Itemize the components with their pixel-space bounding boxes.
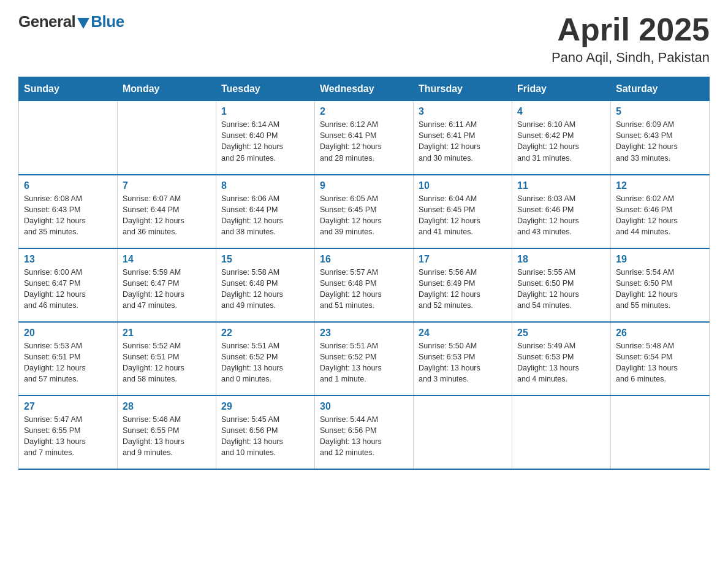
day-number: 23 [320, 327, 408, 339]
day-info: Sunrise: 5:49 AMSunset: 6:53 PMDaylight:… [517, 340, 605, 385]
day-number: 26 [616, 327, 704, 339]
calendar-week-row: 20Sunrise: 5:53 AMSunset: 6:51 PMDayligh… [19, 322, 710, 396]
calendar-cell [118, 101, 216, 175]
day-number: 17 [419, 254, 507, 265]
day-number: 30 [320, 401, 408, 412]
day-info: Sunrise: 6:12 AMSunset: 6:41 PMDaylight:… [320, 119, 408, 164]
weekday-header-thursday: Thursday [414, 77, 512, 101]
day-info: Sunrise: 6:11 AMSunset: 6:41 PMDaylight:… [419, 119, 507, 164]
page-header: General Blue April 2025 Pano Aqil, Sindh… [18, 12, 710, 66]
calendar-cell: 4Sunrise: 6:10 AMSunset: 6:42 PMDaylight… [512, 101, 611, 175]
calendar-cell: 7Sunrise: 6:07 AMSunset: 6:44 PMDaylight… [118, 175, 216, 248]
weekday-header-sunday: Sunday [19, 77, 118, 101]
day-info: Sunrise: 6:02 AMSunset: 6:46 PMDaylight:… [616, 193, 704, 238]
logo-triangle-icon [77, 18, 89, 29]
weekday-header-row: SundayMondayTuesdayWednesdayThursdayFrid… [19, 77, 710, 101]
day-number: 14 [123, 254, 211, 265]
calendar-cell: 9Sunrise: 6:05 AMSunset: 6:45 PMDaylight… [315, 175, 414, 248]
day-number: 1 [221, 106, 309, 117]
day-number: 15 [221, 254, 309, 265]
calendar-cell: 26Sunrise: 5:48 AMSunset: 6:54 PMDayligh… [611, 322, 710, 396]
weekday-header-saturday: Saturday [611, 77, 710, 101]
day-number: 29 [221, 401, 309, 412]
day-number: 11 [517, 180, 605, 191]
day-info: Sunrise: 5:54 AMSunset: 6:50 PMDaylight:… [616, 267, 704, 312]
calendar-cell: 3Sunrise: 6:11 AMSunset: 6:41 PMDaylight… [414, 101, 512, 175]
day-number: 2 [320, 106, 408, 117]
day-number: 28 [123, 401, 211, 412]
day-info: Sunrise: 6:09 AMSunset: 6:43 PMDaylight:… [616, 119, 704, 164]
day-info: Sunrise: 5:48 AMSunset: 6:54 PMDaylight:… [616, 340, 704, 385]
logo-general-text: General [18, 12, 75, 31]
day-info: Sunrise: 5:52 AMSunset: 6:51 PMDaylight:… [123, 340, 211, 385]
day-number: 16 [320, 254, 408, 265]
day-number: 27 [24, 401, 112, 412]
calendar-cell: 30Sunrise: 5:44 AMSunset: 6:56 PMDayligh… [315, 396, 414, 469]
day-info: Sunrise: 5:56 AMSunset: 6:49 PMDaylight:… [419, 267, 507, 312]
calendar-cell: 20Sunrise: 5:53 AMSunset: 6:51 PMDayligh… [19, 322, 118, 396]
day-number: 5 [616, 106, 704, 117]
weekday-header-monday: Monday [118, 77, 216, 101]
calendar-cell: 2Sunrise: 6:12 AMSunset: 6:41 PMDaylight… [315, 101, 414, 175]
calendar-cell [512, 396, 611, 469]
calendar-cell: 12Sunrise: 6:02 AMSunset: 6:46 PMDayligh… [611, 175, 710, 248]
logo: General Blue [18, 12, 124, 31]
calendar-cell: 29Sunrise: 5:45 AMSunset: 6:56 PMDayligh… [216, 396, 315, 469]
calendar-cell: 1Sunrise: 6:14 AMSunset: 6:40 PMDaylight… [216, 101, 315, 175]
calendar-week-row: 13Sunrise: 6:00 AMSunset: 6:47 PMDayligh… [19, 248, 710, 322]
calendar-week-row: 6Sunrise: 6:08 AMSunset: 6:43 PMDaylight… [19, 175, 710, 248]
day-info: Sunrise: 6:06 AMSunset: 6:44 PMDaylight:… [221, 193, 309, 238]
calendar-cell: 22Sunrise: 5:51 AMSunset: 6:52 PMDayligh… [216, 322, 315, 396]
day-number: 3 [419, 106, 507, 117]
day-number: 6 [24, 180, 112, 191]
logo-blue-text: Blue [91, 12, 124, 31]
calendar-cell [611, 396, 710, 469]
day-number: 19 [616, 254, 704, 265]
calendar-cell: 15Sunrise: 5:58 AMSunset: 6:48 PMDayligh… [216, 248, 315, 322]
day-info: Sunrise: 6:04 AMSunset: 6:45 PMDaylight:… [419, 193, 507, 238]
day-number: 21 [123, 327, 211, 339]
month-title: April 2025 [552, 12, 710, 47]
calendar-cell: 28Sunrise: 5:46 AMSunset: 6:55 PMDayligh… [118, 396, 216, 469]
day-number: 12 [616, 180, 704, 191]
day-info: Sunrise: 5:50 AMSunset: 6:53 PMDaylight:… [419, 340, 507, 385]
day-info: Sunrise: 5:45 AMSunset: 6:56 PMDaylight:… [221, 414, 309, 459]
day-info: Sunrise: 5:44 AMSunset: 6:56 PMDaylight:… [320, 414, 408, 459]
calendar-cell: 10Sunrise: 6:04 AMSunset: 6:45 PMDayligh… [414, 175, 512, 248]
day-info: Sunrise: 6:03 AMSunset: 6:46 PMDaylight:… [517, 193, 605, 238]
calendar-week-row: 27Sunrise: 5:47 AMSunset: 6:55 PMDayligh… [19, 396, 710, 469]
day-info: Sunrise: 6:05 AMSunset: 6:45 PMDaylight:… [320, 193, 408, 238]
calendar-cell: 21Sunrise: 5:52 AMSunset: 6:51 PMDayligh… [118, 322, 216, 396]
calendar-cell: 6Sunrise: 6:08 AMSunset: 6:43 PMDaylight… [19, 175, 118, 248]
day-info: Sunrise: 5:46 AMSunset: 6:55 PMDaylight:… [123, 414, 211, 459]
day-info: Sunrise: 5:47 AMSunset: 6:55 PMDaylight:… [24, 414, 112, 459]
day-number: 18 [517, 254, 605, 265]
day-number: 22 [221, 327, 309, 339]
calendar-cell: 19Sunrise: 5:54 AMSunset: 6:50 PMDayligh… [611, 248, 710, 322]
calendar-cell: 5Sunrise: 6:09 AMSunset: 6:43 PMDaylight… [611, 101, 710, 175]
calendar-cell: 25Sunrise: 5:49 AMSunset: 6:53 PMDayligh… [512, 322, 611, 396]
calendar-cell [19, 101, 118, 175]
day-info: Sunrise: 5:57 AMSunset: 6:48 PMDaylight:… [320, 267, 408, 312]
weekday-header-wednesday: Wednesday [315, 77, 414, 101]
day-info: Sunrise: 6:14 AMSunset: 6:40 PMDaylight:… [221, 119, 309, 164]
calendar-cell: 24Sunrise: 5:50 AMSunset: 6:53 PMDayligh… [414, 322, 512, 396]
day-info: Sunrise: 6:00 AMSunset: 6:47 PMDaylight:… [24, 267, 112, 312]
title-block: April 2025 Pano Aqil, Sindh, Pakistan [552, 12, 710, 66]
calendar-body: 1Sunrise: 6:14 AMSunset: 6:40 PMDaylight… [19, 101, 710, 469]
day-info: Sunrise: 6:10 AMSunset: 6:42 PMDaylight:… [517, 119, 605, 164]
calendar-cell: 8Sunrise: 6:06 AMSunset: 6:44 PMDaylight… [216, 175, 315, 248]
day-info: Sunrise: 5:59 AMSunset: 6:47 PMDaylight:… [123, 267, 211, 312]
day-number: 24 [419, 327, 507, 339]
day-info: Sunrise: 5:51 AMSunset: 6:52 PMDaylight:… [221, 340, 309, 385]
day-number: 13 [24, 254, 112, 265]
calendar-cell: 11Sunrise: 6:03 AMSunset: 6:46 PMDayligh… [512, 175, 611, 248]
weekday-header-friday: Friday [512, 77, 611, 101]
calendar-table: SundayMondayTuesdayWednesdayThursdayFrid… [18, 77, 710, 470]
calendar-week-row: 1Sunrise: 6:14 AMSunset: 6:40 PMDaylight… [19, 101, 710, 175]
calendar-cell: 17Sunrise: 5:56 AMSunset: 6:49 PMDayligh… [414, 248, 512, 322]
calendar-cell: 13Sunrise: 6:00 AMSunset: 6:47 PMDayligh… [19, 248, 118, 322]
day-number: 10 [419, 180, 507, 191]
calendar-cell: 14Sunrise: 5:59 AMSunset: 6:47 PMDayligh… [118, 248, 216, 322]
day-info: Sunrise: 5:55 AMSunset: 6:50 PMDaylight:… [517, 267, 605, 312]
